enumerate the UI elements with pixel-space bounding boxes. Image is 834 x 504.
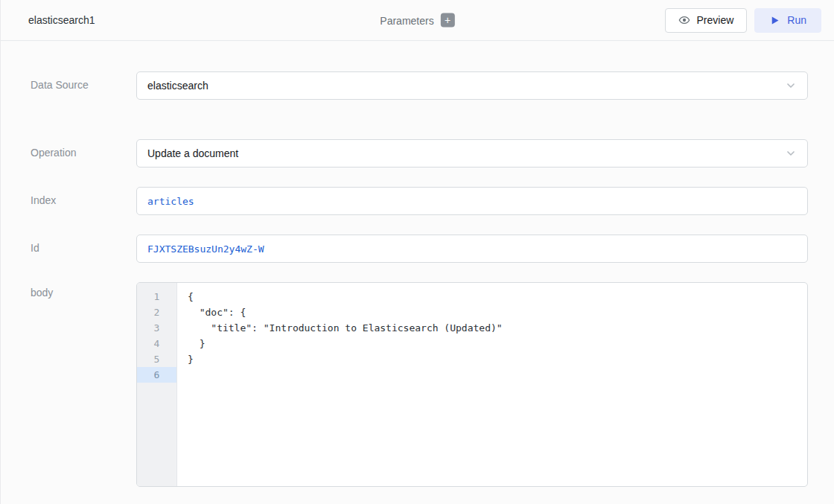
preview-button-label: Preview (697, 14, 734, 26)
line-number: 3 (137, 320, 176, 336)
id-input[interactable] (136, 235, 808, 263)
line-number: 5 (137, 351, 176, 367)
code-line: } (188, 336, 807, 351)
preview-button[interactable]: Preview (665, 8, 748, 33)
query-title: elasticsearch1 (28, 14, 95, 26)
plus-icon: + (445, 13, 451, 26)
data-source-row: Data Source elasticsearch (1, 71, 834, 100)
query-form: Data Source elasticsearch Operation Upda… (1, 41, 834, 487)
add-parameter-button[interactable]: + (441, 13, 455, 28)
code-line: { (188, 289, 807, 304)
body-row: body 1 2 3 4 5 6 { "doc": { "title": "In… (1, 282, 834, 487)
parameters-section: Parameters + (380, 13, 454, 28)
id-label: Id (31, 235, 136, 254)
data-source-label: Data Source (31, 71, 136, 91)
index-input[interactable] (136, 187, 808, 215)
body-label: body (31, 282, 136, 299)
line-number: 2 (137, 304, 176, 320)
index-label: Index (31, 187, 136, 206)
code-line (188, 367, 807, 383)
run-button[interactable]: Run (754, 8, 821, 33)
header-actions: Preview Run (665, 8, 822, 33)
index-row: Index (1, 187, 834, 215)
body-code-editor[interactable]: 1 2 3 4 5 6 { "doc": { "title": "Introdu… (136, 282, 808, 487)
operation-select[interactable]: Update a document (136, 139, 808, 168)
chevron-down-icon (785, 80, 797, 92)
editor-code-area[interactable]: { "doc": { "title": "Introduction to Ela… (177, 283, 807, 486)
parameters-label: Parameters (380, 14, 433, 26)
id-row: Id (1, 235, 834, 263)
operation-row: Operation Update a document (1, 139, 834, 168)
play-icon (769, 15, 780, 26)
code-line: "title": "Introduction to Elasticsearch … (188, 320, 807, 336)
line-number-active: 6 (137, 367, 176, 383)
code-line: } (188, 351, 807, 367)
operation-value: Update a document (147, 147, 238, 159)
editor-gutter: 1 2 3 4 5 6 (137, 283, 177, 486)
query-header: elasticsearch1 Parameters + Preview Run (1, 0, 834, 41)
eye-icon (678, 14, 690, 26)
run-button-label: Run (787, 14, 806, 26)
line-number: 4 (137, 336, 176, 351)
operation-label: Operation (31, 139, 136, 159)
line-number: 1 (137, 289, 176, 304)
data-source-value: elasticsearch (147, 80, 208, 92)
chevron-down-icon (785, 147, 797, 159)
data-source-select[interactable]: elasticsearch (136, 71, 808, 100)
code-line: "doc": { (188, 304, 807, 320)
